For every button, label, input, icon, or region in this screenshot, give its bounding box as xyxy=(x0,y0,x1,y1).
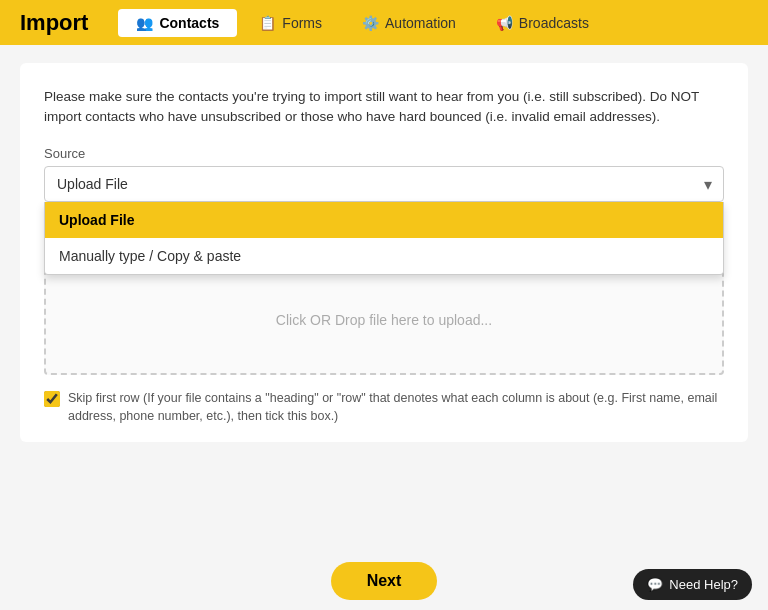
nav-tab-contacts[interactable]: 👥 Contacts xyxy=(118,9,237,37)
chat-icon: 💬 xyxy=(647,577,663,592)
nav-tab-broadcasts[interactable]: 📢 Broadcasts xyxy=(478,9,607,37)
skip-first-row-checkbox[interactable] xyxy=(44,391,60,407)
contacts-icon: 👥 xyxy=(136,15,153,31)
nav-tab-forms[interactable]: 📋 Forms xyxy=(241,9,340,37)
dropdown-item-upload[interactable]: Upload File xyxy=(45,202,723,238)
source-select-wrapper: Upload File Manually type / Copy & paste… xyxy=(44,166,724,202)
main-content: Please make sure the contacts you're try… xyxy=(20,63,748,442)
app-header: Import 👥 Contacts 📋 Forms ⚙️ Automation … xyxy=(0,0,768,45)
upload-zone[interactable]: Click OR Drop file here to upload... xyxy=(44,265,724,375)
automation-icon: ⚙️ xyxy=(362,15,379,31)
source-label: Source xyxy=(44,146,724,161)
upload-placeholder: Click OR Drop file here to upload... xyxy=(276,312,492,328)
skip-first-row-label: Skip first row (If your file contains a … xyxy=(68,389,724,427)
next-button[interactable]: Next xyxy=(331,562,438,600)
dropdown-menu: Upload File Manually type / Copy & paste xyxy=(44,202,724,275)
dropdown-item-manual[interactable]: Manually type / Copy & paste xyxy=(45,238,723,274)
page-title: Import xyxy=(20,10,88,36)
skip-first-row-row: Skip first row (If your file contains a … xyxy=(44,389,724,427)
source-form-group: Source Upload File Manually type / Copy … xyxy=(44,146,724,202)
need-help-button[interactable]: 💬 Need Help? xyxy=(633,569,752,600)
source-select[interactable]: Upload File Manually type / Copy & paste xyxy=(44,166,724,202)
page-footer: Next 💬 Need Help? xyxy=(0,552,768,610)
forms-icon: 📋 xyxy=(259,15,276,31)
broadcasts-icon: 📢 xyxy=(496,15,513,31)
nav-tab-automation[interactable]: ⚙️ Automation xyxy=(344,9,474,37)
notice-text: Please make sure the contacts you're try… xyxy=(44,87,724,128)
main-nav: 👥 Contacts 📋 Forms ⚙️ Automation 📢 Broad… xyxy=(118,9,606,37)
